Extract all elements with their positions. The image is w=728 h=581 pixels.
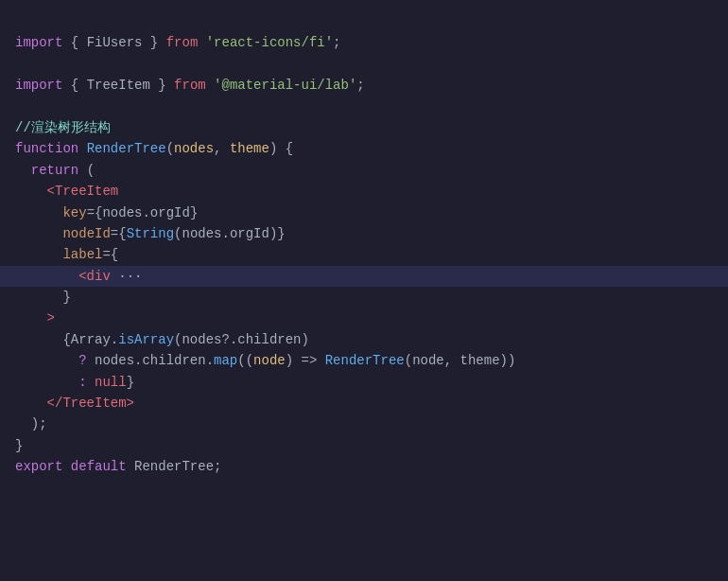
code-token: String [127,223,174,244]
code-token: ··· [111,266,143,287]
code-token: nodes?.children [182,329,301,350]
code-token: from [166,32,199,53]
code-token: nodes [174,138,214,159]
code-token: //渲染树形结构 [15,117,111,138]
code-line: nodeId={String(nodes.orgId)} [0,223,728,244]
code-token [15,244,62,265]
code-token: '@material-ui/lab' [214,75,356,96]
code-token: ( [174,329,182,350]
code-token: FiUsers [87,32,143,53]
code-token: theme [230,138,269,159]
code-token: return [31,160,78,181]
code-token: node [412,350,444,371]
code-token: isArray [118,329,174,350]
code-token: import [15,32,62,53]
code-token: node [253,350,286,371]
code-token: null [95,372,127,393]
code-token [78,138,86,159]
code-token [15,308,47,328]
code-line: export default RenderTree; [0,456,728,477]
code-token: export [15,456,62,477]
code-token: </TreeItem> [47,393,134,414]
code-line [0,54,728,75]
code-editor: import { FiUsers } from 'react-icons/fi'… [0,8,728,482]
code-token: nodes.children. [87,350,214,371]
code-token: ? [78,350,86,371]
code-token: ( [78,160,95,181]
code-token: RenderTree [325,350,405,371]
code-line: } [0,287,728,308]
code-token [15,414,31,434]
code-token: TreeItem [87,75,150,96]
code-line: label={ [0,244,728,265]
code-token [15,287,62,308]
code-line: <div ··· [0,266,728,287]
code-token: RenderTree; [127,456,222,477]
code-token: , [444,350,460,371]
code-token: ( [174,223,182,244]
code-token: )) [500,350,516,371]
code-token: ={ [102,244,118,265]
code-token: function [15,138,78,159]
code-token: ={ [111,223,127,244]
code-token: ) [302,329,309,350]
code-line: </TreeItem> [0,393,728,414]
code-token: theme [460,350,500,371]
code-token: (( [237,350,253,371]
code-token: <TreeItem [47,181,119,202]
code-line: } [0,435,728,456]
code-line: import { FiUsers } from 'react-icons/fi'… [0,32,728,53]
code-token: from [174,75,206,96]
code-token [62,456,70,477]
code-token [87,372,95,393]
code-token: ( [166,138,174,159]
code-token: . [111,329,118,350]
code-token: import [15,75,62,96]
code-line: function RenderTree(nodes, theme) { [0,138,728,159]
code-token: ; [333,32,340,53]
code-token: map [214,350,237,371]
code-token: ; [356,75,364,96]
code-token: ={ [87,202,103,223]
code-token: : [78,372,86,393]
code-token: ) => [286,350,325,371]
code-token [15,393,47,414]
code-token: nodeId [62,223,110,244]
code-token: } [150,75,174,96]
code-token: } [62,287,70,308]
code-token: nodes.orgId [182,223,269,244]
code-token [15,266,78,287]
code-token: )} [269,223,286,244]
code-token: > [47,308,55,328]
code-line: : null} [0,372,728,393]
code-line: import { TreeItem } from '@material-ui/l… [0,75,728,96]
code-line: {Array.isArray(nodes?.children) [0,329,728,350]
code-token: ); [31,414,47,434]
code-line: return ( [0,160,728,181]
code-line: ? nodes.children.map((node) => RenderTre… [0,350,728,371]
code-token: } [127,372,134,393]
code-token [206,75,214,96]
code-token: ) { [269,138,293,159]
code-token: { [62,329,70,350]
code-line: ); [0,414,728,434]
code-line [0,97,728,117]
code-token: , [214,138,230,159]
code-token: nodes.orgId [102,202,189,223]
code-token: Array [71,329,111,350]
code-line: //渲染树形结构 [0,117,728,138]
code-token [15,223,62,244]
code-token [15,372,78,393]
code-token: } [142,32,165,53]
code-token: <div [78,266,111,287]
code-token [15,350,78,371]
code-token [15,202,62,223]
code-token [15,181,47,202]
code-token: RenderTree [87,138,166,159]
code-line: <TreeItem [0,181,728,202]
code-token: key [62,202,86,223]
code-token [15,329,62,350]
code-line: > [0,308,728,328]
code-token: 'react-icons/fi' [206,32,333,53]
code-token [198,32,205,53]
